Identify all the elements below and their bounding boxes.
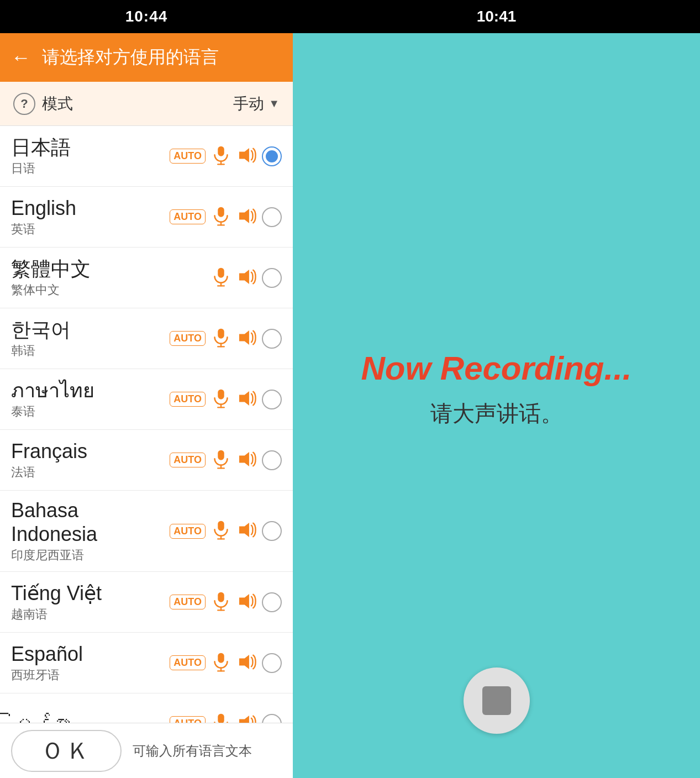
language-item[interactable]: Tiếng Việt越南语AUTO: [0, 572, 293, 633]
svg-rect-12: [218, 328, 224, 338]
radio-button[interactable]: [262, 521, 282, 541]
lang-primary-name: Français: [11, 439, 170, 463]
radio-button[interactable]: [262, 207, 282, 227]
mode-selector[interactable]: 手动 ▼: [233, 93, 280, 114]
mic-icon[interactable]: [211, 520, 231, 542]
svg-rect-8: [218, 267, 224, 277]
mode-row: ? 模式 手动 ▼: [0, 82, 293, 126]
mic-icon[interactable]: [211, 267, 231, 289]
mode-label-wrapper: ? 模式: [13, 93, 233, 115]
lang-primary-name: 한국어: [11, 318, 170, 341]
speaker-icon[interactable]: [236, 206, 256, 228]
svg-rect-24: [218, 521, 224, 531]
language-item[interactable]: English英语AUTO: [0, 187, 293, 248]
speaker-icon[interactable]: [236, 652, 256, 674]
language-item[interactable]: ภาษาไทย泰语AUTO: [0, 369, 293, 430]
speaker-icon[interactable]: [236, 328, 256, 350]
svg-marker-11: [239, 269, 249, 283]
speaker-icon[interactable]: [236, 713, 256, 723]
stop-button-wrapper: [464, 667, 530, 734]
svg-marker-39: [239, 716, 249, 723]
mic-icon[interactable]: [211, 388, 231, 411]
svg-marker-35: [239, 655, 249, 669]
auto-badge[interactable]: AUTO: [170, 209, 206, 224]
auto-badge[interactable]: AUTO: [170, 392, 206, 407]
bottom-bar: ＯＫ 可输入所有语言文本: [0, 723, 293, 778]
left-status-time: 10:44: [125, 8, 168, 25]
svg-rect-0: [218, 146, 224, 156]
language-item[interactable]: Français法语AUTO: [0, 430, 293, 491]
back-button[interactable]: ←: [11, 46, 31, 69]
speaker-icon[interactable]: [236, 520, 256, 542]
auto-badge[interactable]: AUTO: [170, 655, 206, 670]
radio-button[interactable]: [262, 329, 282, 349]
auto-badge[interactable]: AUTO: [170, 716, 206, 723]
help-icon[interactable]: ?: [13, 93, 35, 115]
mic-icon[interactable]: [211, 591, 231, 613]
radio-button[interactable]: [262, 390, 282, 409]
speaker-icon[interactable]: [236, 267, 256, 289]
lang-secondary-name: 印度尼西亚语: [11, 547, 170, 564]
mic-icon[interactable]: [211, 713, 231, 723]
mic-icon[interactable]: [211, 145, 231, 167]
language-item[interactable]: 繁體中文繁体中文: [0, 248, 293, 308]
speaker-icon[interactable]: [236, 388, 256, 411]
svg-rect-4: [218, 207, 224, 217]
mode-value: 手动: [233, 93, 264, 114]
svg-rect-16: [218, 389, 224, 399]
recording-text: Now Recording...: [361, 349, 631, 387]
ok-label: ＯＫ: [41, 735, 92, 766]
svg-rect-32: [218, 653, 224, 663]
speaker-icon[interactable]: [236, 449, 256, 471]
language-list: 日本語日语AUTO English英语AUTO 繁體中文繁体中文: [0, 126, 293, 723]
lang-primary-name: Español: [11, 642, 170, 666]
ok-button[interactable]: ＯＫ: [11, 730, 122, 772]
stop-button[interactable]: [464, 667, 530, 734]
auto-badge[interactable]: AUTO: [170, 453, 206, 467]
svg-rect-36: [218, 714, 224, 723]
right-status-bar: 10:41: [293, 0, 700, 33]
radio-button[interactable]: [262, 653, 282, 673]
svg-marker-23: [239, 451, 249, 466]
header: ← 请选择对方使用的语言: [0, 33, 293, 82]
mic-icon[interactable]: [211, 206, 231, 228]
radio-button[interactable]: [262, 450, 282, 470]
speaker-icon[interactable]: [236, 145, 256, 167]
auto-badge[interactable]: AUTO: [170, 524, 206, 539]
lang-primary-name: မြန်မာ: [11, 711, 170, 723]
svg-marker-31: [239, 594, 249, 608]
radio-button[interactable]: [262, 146, 282, 166]
left-panel: 10:44 ← 请选择对方使用的语言 ? 模式 手动 ▼ 日本語日语AUTO E…: [0, 0, 293, 778]
language-item[interactable]: 日本語日语AUTO: [0, 126, 293, 187]
svg-marker-27: [239, 523, 249, 537]
mic-icon[interactable]: [211, 328, 231, 350]
radio-button[interactable]: [262, 714, 282, 723]
lang-secondary-name: 繁体中文: [11, 282, 211, 298]
lang-secondary-name: 法语: [11, 464, 170, 481]
auto-badge[interactable]: AUTO: [170, 595, 206, 609]
radio-button[interactable]: [262, 268, 282, 288]
speaker-icon[interactable]: [236, 591, 256, 613]
svg-marker-15: [239, 330, 249, 344]
lang-secondary-name: 韩语: [11, 343, 170, 359]
header-title: 请选择对方使用的语言: [42, 45, 219, 70]
auto-badge[interactable]: AUTO: [170, 149, 206, 164]
lang-secondary-name: 泰语: [11, 403, 170, 420]
language-item[interactable]: Español西班牙语AUTO: [0, 633, 293, 693]
lang-secondary-name: 越南语: [11, 606, 170, 623]
lang-primary-name: ภาษาไทย: [11, 379, 170, 402]
mic-icon[interactable]: [211, 449, 231, 471]
language-item[interactable]: Bahasa Indonesia印度尼西亚语AUTO: [0, 491, 293, 572]
language-item[interactable]: 한국어韩语AUTO: [0, 308, 293, 369]
recording-subtitle: 请大声讲话。: [430, 398, 563, 429]
right-panel: 10:41 Now Recording... 请大声讲话。: [293, 0, 700, 778]
language-item[interactable]: မြန်မာAUTO: [0, 693, 293, 723]
mic-icon[interactable]: [211, 652, 231, 674]
lang-primary-name: 繁體中文: [11, 257, 211, 281]
svg-rect-28: [218, 592, 224, 602]
radio-button[interactable]: [262, 592, 282, 612]
auto-badge[interactable]: AUTO: [170, 331, 206, 346]
svg-rect-20: [218, 450, 224, 460]
svg-marker-3: [239, 148, 249, 162]
lang-primary-name: 日本語: [11, 135, 170, 159]
